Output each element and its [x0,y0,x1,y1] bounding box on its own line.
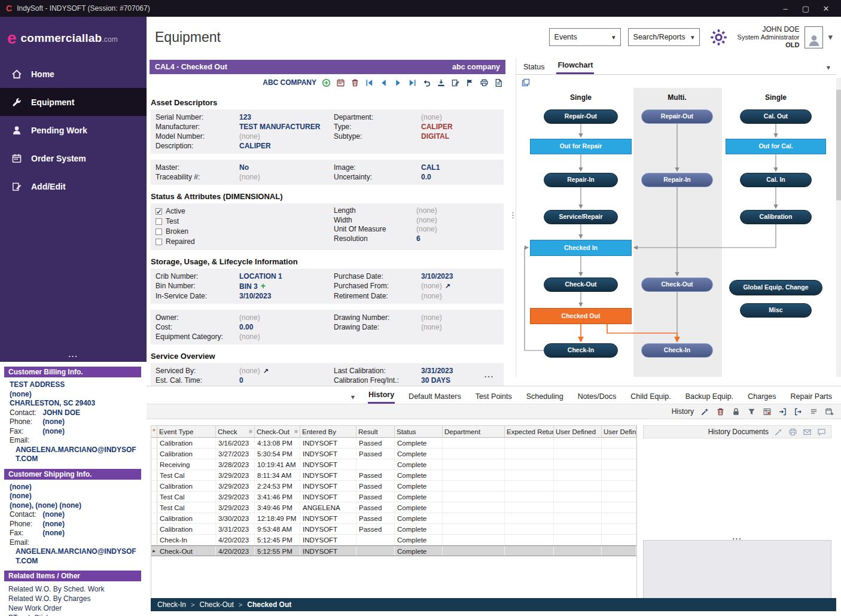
avatar[interactable] [805,26,823,48]
equipment-splitter[interactable]: ... [485,371,494,379]
column-header[interactable]: Expected Return [505,426,554,437]
status-checkbox[interactable]: Active [156,206,334,216]
detail-tab[interactable]: Scheduling [526,389,564,404]
status-checkbox[interactable]: Repaired [156,237,334,247]
sidebar-item[interactable]: Equipment [0,88,147,116]
status-checkbox[interactable]: Broken [156,227,334,237]
minimize-button[interactable]: – [776,4,794,13]
flowchart-node[interactable]: Out for Repair [530,139,632,154]
flowchart-node[interactable]: Repair-Out [641,109,713,124]
flowchart-node[interactable]: Check-Out [641,277,713,292]
flowchart-node[interactable]: Cal. In [740,173,812,187]
nav-last-icon[interactable] [408,78,417,87]
calendar-add-icon[interactable] [825,407,834,416]
related-item-link[interactable]: PTouch Stickers [0,613,147,616]
status-checkbox[interactable]: Test [156,216,334,227]
tab-flowchart[interactable]: Flowchart [556,58,594,74]
table-row[interactable]: Calibration3/27/20235:30:54 PMINDYSOFTPa… [151,449,636,459]
flowchart-node[interactable]: Out for Cal. [726,139,826,154]
copy-flowchart-icon[interactable] [521,78,531,87]
column-header[interactable]: User Defined [602,426,636,437]
flowchart-node[interactable]: Cal. Out [740,109,812,124]
flowchart-node[interactable]: Check-In [641,343,713,358]
filter-icon[interactable] [747,407,756,416]
detail-tab[interactable]: Backup Equip. [685,389,735,404]
nav-next-icon[interactable] [394,78,403,87]
sidebar-item[interactable]: Add/Edit [0,172,147,200]
user-menu-chevron-icon[interactable]: ▾ [828,32,833,42]
table-row[interactable]: ▸ Check-Out4/20/20235:12:55 PMINDYSOFTCo… [151,545,636,556]
table-row[interactable]: Check-In4/20/20235:12:45 PMINDYSOFTCompl… [151,535,636,545]
detail-tab[interactable]: Test Points [475,389,513,404]
flowchart-node[interactable]: Repair-In [641,173,713,187]
plus-icon[interactable] [261,282,266,291]
flowchart-node[interactable]: Global Equip. Change [729,280,822,295]
comment-icon[interactable] [817,428,826,437]
flowchart-node[interactable]: Misc [740,303,812,318]
edit-wand-icon[interactable] [700,407,709,416]
schedule-icon[interactable] [336,78,345,87]
link-icon[interactable] [263,367,269,375]
print-icon[interactable] [480,78,489,87]
flowchart-node[interactable]: Check-Out [544,277,618,292]
detail-tab[interactable]: Default Masters [408,389,462,404]
related-item-link[interactable]: Related W.O. By Charges [0,594,147,603]
detail-tab[interactable]: Child Equip. [630,389,671,404]
column-header[interactable]: Event Type [157,426,216,437]
column-header[interactable]: Department [443,426,505,437]
column-header[interactable]: User Defined [554,426,602,437]
lock-icon[interactable] [732,407,741,416]
related-item-link[interactable]: Related W.O. By Sched. Work [0,584,147,594]
table-row[interactable]: Test Cal3/29/20233:49:46 PMANGELENAPasse… [151,502,636,513]
maximize-button[interactable]: ▢ [797,4,815,13]
detail-tab[interactable]: Charges [747,389,776,404]
collapse-panel-icon[interactable]: ▾ [351,392,355,404]
column-header[interactable]: Status [395,426,443,437]
table-edit-icon[interactable] [763,407,772,416]
sidebar-splitter[interactable]: ... [0,350,147,359]
search-reports-dropdown[interactable]: Search/Reports ▾ [628,28,700,46]
column-header[interactable]: Result [356,426,395,437]
print-icon[interactable] [788,428,797,437]
flowchart-node[interactable]: Service/Repair [544,210,618,224]
edit-icon[interactable] [451,78,460,87]
export-icon[interactable] [794,407,803,416]
list-icon[interactable] [809,407,818,416]
flowchart-node[interactable]: Calibration [740,210,812,224]
add-icon[interactable] [322,78,331,87]
column-header[interactable]: Check-Out ≡ [255,426,300,437]
checkout-flag-icon[interactable] [465,78,474,87]
scrollbar-thumb[interactable] [836,90,841,200]
table-row[interactable]: Calibration3/31/20239:53:48 AMINDYSOFTPa… [151,524,636,535]
filter-menu-icon[interactable]: ≡ [249,428,252,435]
sidebar-item[interactable]: Order System [0,144,147,172]
flowchart-node[interactable]: Checked In [530,240,632,256]
related-item-link[interactable]: New Work Order [0,603,147,613]
link-icon[interactable] [445,282,450,290]
edit-wand-icon[interactable] [774,428,783,437]
detail-tab[interactable]: Notes/Docs [577,389,617,404]
flowchart-node[interactable]: Repair-In [544,173,618,187]
mail-icon[interactable] [803,428,812,437]
flowchart-node[interactable]: Check-In [544,343,618,358]
flowchart-node[interactable]: Repair-Out [544,109,618,124]
table-row[interactable]: Receiving3/28/202310:19:41 AMINDYSOFTCom… [151,459,636,470]
sidebar-item[interactable]: Pending Work [0,116,147,144]
sidebar-item[interactable]: Home [0,60,147,88]
filter-menu-icon[interactable]: ≡ [294,428,298,435]
table-row[interactable]: Calibration3/29/20232:24:53 PMINDYSOFTPa… [151,481,636,492]
undo-icon[interactable] [422,78,431,87]
delete-icon[interactable] [716,407,725,416]
nav-first-icon[interactable] [365,78,374,87]
detail-tab[interactable]: History [368,388,395,404]
events-dropdown[interactable]: Events ▾ [549,28,621,46]
column-header[interactable]: Entered By [300,426,356,437]
tab-status[interactable]: Status [522,60,546,74]
vertical-scrollbar[interactable] [836,78,841,377]
detail-tab[interactable]: Repair Parts [790,389,833,404]
table-row[interactable]: Calibration3/16/20234:13:08 PMINDYSOFTPa… [151,438,636,449]
import-icon[interactable] [778,407,787,416]
document-icon[interactable] [494,78,503,87]
delete-icon[interactable] [351,78,359,87]
flowchart-node[interactable]: Checked Out [530,308,632,324]
